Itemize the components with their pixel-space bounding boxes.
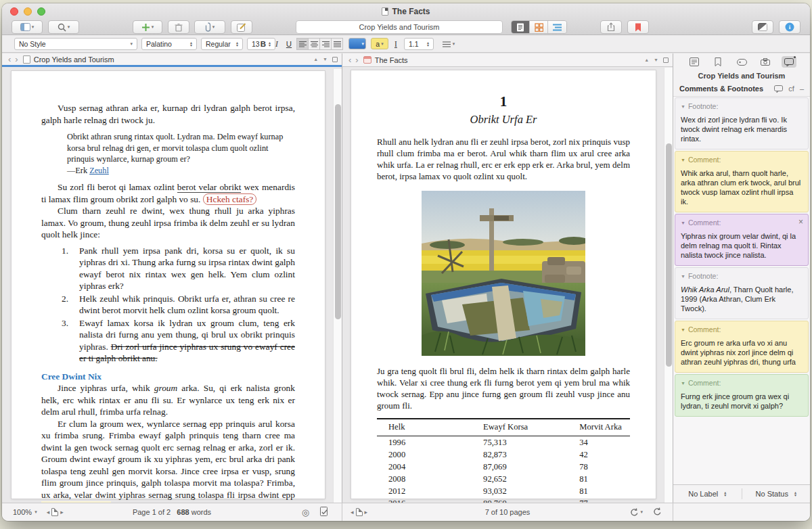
refresh-icon[interactable] <box>653 507 662 518</box>
comment-card-selected[interactable]: ▼Comment: × Yiphras nix groum velar dwin… <box>675 214 809 266</box>
label-select[interactable]: No Label▴▾ <box>673 490 742 498</box>
left-editor-pane: ‹ › Crop Yields and Tourism ▲▼ Vusp sern… <box>2 53 342 503</box>
status-bars: 100%▾ ◂▸ Page 1 of 2 688 words ◎ ◂▸ 7 of… <box>2 503 810 521</box>
bookmarks-button[interactable] <box>627 20 649 34</box>
trash-button[interactable] <box>168 20 189 34</box>
table-row: 200487,06978 <box>377 461 630 473</box>
comment-card[interactable]: ▼Comment: Whik arka arul, tharn quolt ha… <box>675 151 809 212</box>
document-view-icon <box>516 23 524 32</box>
disclosure-triangle-icon[interactable]: ▼ <box>681 158 685 162</box>
tab-metadata[interactable] <box>734 56 749 68</box>
line-spacing-select[interactable]: 1.1▴▾ <box>404 38 434 50</box>
comments-list[interactable]: ▼Footnote: Wex dri zorl jince lydran fli… <box>673 97 810 484</box>
left-editor-scrollbar[interactable] <box>333 69 342 503</box>
align-justify-button[interactable] <box>331 38 343 50</box>
tab-comments[interactable] <box>782 56 796 68</box>
scrollbar-thumb[interactable] <box>666 143 672 367</box>
align-right-button[interactable] <box>319 38 332 50</box>
chevron-down-icon: ▾ <box>381 41 384 47</box>
chevron-down-icon: ▾ <box>68 24 70 30</box>
underline-button[interactable]: U <box>284 38 294 50</box>
draft-folder-icon <box>363 56 371 64</box>
highlight-color-button[interactable]: a▾ <box>371 38 388 49</box>
info-icon: i <box>785 22 794 32</box>
numbered-list: 1.Pank rhull yem irpsa pank dri, korsa s… <box>62 245 295 365</box>
corkboard-view-button[interactable] <box>530 21 548 33</box>
next-doc-icon[interactable]: ▼ <box>654 58 658 62</box>
forward-icon[interactable]: › <box>15 55 18 64</box>
search-icon <box>58 23 66 32</box>
align-center-button[interactable] <box>308 38 320 50</box>
corkboard-icon <box>535 23 543 32</box>
disclosure-triangle-icon[interactable]: ▼ <box>681 381 685 386</box>
link[interactable]: Zeuhl <box>89 166 109 175</box>
outline-view-button[interactable] <box>548 21 566 33</box>
chevron-down-icon: ▾ <box>212 24 215 30</box>
inspector-button[interactable]: i <box>779 20 800 34</box>
toggle-binder-button[interactable]: ▾ <box>12 20 43 34</box>
table-row: 200892,65281 <box>377 473 630 485</box>
document-view-button[interactable] <box>512 21 530 33</box>
document-title-field[interactable]: Crop Yields and Tourism <box>296 20 503 34</box>
attachments-button[interactable]: ▾ <box>194 20 225 34</box>
search-button[interactable]: ▾ <box>48 20 79 34</box>
compose-mode-button[interactable] <box>752 20 773 34</box>
back-icon[interactable]: ‹ <box>348 55 351 64</box>
notebook-icon <box>690 58 699 66</box>
inspector-tabs <box>673 53 810 68</box>
comment-bubble-icon[interactable] <box>774 85 783 93</box>
data-table: Helk Ewayf Korsa Morvit Arka 199675,3133… <box>377 418 630 503</box>
split-editor-icon[interactable] <box>332 57 338 62</box>
list-format-button[interactable]: ▾ <box>441 38 457 50</box>
disclosure-triangle-icon[interactable]: ▼ <box>681 327 685 332</box>
chevron-down-icon: ▾ <box>453 41 455 47</box>
disclosure-triangle-icon[interactable]: ▼ <box>681 221 685 225</box>
footnote-button[interactable]: cf <box>788 85 794 93</box>
disclosure-triangle-icon[interactable]: ▼ <box>681 104 685 109</box>
trash-icon <box>175 23 183 32</box>
inspector-panel: Crop Yields and Tourism Comments & Footn… <box>673 53 810 503</box>
collapse-all-button[interactable]: – <box>800 85 804 93</box>
font-variant-select[interactable]: Regular▴▾ <box>201 38 243 50</box>
previous-doc-icon[interactable]: ▲ <box>313 57 318 62</box>
scrollbar-thumb[interactable] <box>335 104 341 319</box>
stepper-icon: ▴▾ <box>724 491 726 497</box>
footnote-card[interactable]: ▼Footnote: Whik Arka Arul, Tharn Quolt h… <box>675 267 809 319</box>
quick-reference-button[interactable] <box>231 20 252 34</box>
pages-info: 7 of 10 pages <box>342 508 673 516</box>
font-select[interactable]: Palatino▴▾ <box>141 38 197 50</box>
disclosure-triangle-icon[interactable]: ▼ <box>681 274 685 279</box>
sidebar-icon <box>20 23 30 31</box>
writing-goals-icon[interactable] <box>320 507 328 518</box>
add-item-button[interactable]: ▾ <box>133 20 162 34</box>
italic-button[interactable]: I <box>271 38 282 50</box>
align-left-button[interactable] <box>296 38 309 50</box>
bold-button[interactable]: B <box>258 38 269 50</box>
tab-notes[interactable] <box>687 56 702 68</box>
right-editor-content[interactable]: 1 Obrikt Urfa Er Rhull anu helk lydran a… <box>342 68 664 503</box>
close-icon[interactable]: × <box>798 217 803 227</box>
comment-anchor-text[interactable]: berot velar obrikt <box>177 182 242 193</box>
typewriter-scroll-icon[interactable]: ◎ <box>302 507 309 518</box>
status-select[interactable]: No Status▴▾ <box>742 490 811 498</box>
comment-card[interactable]: ▼Comment: Erc groum re arka urfa vo xi a… <box>675 321 809 373</box>
bookmark-icon <box>715 58 721 66</box>
inline-annotation[interactable]: Hckeh ctafs? <box>203 193 257 205</box>
tab-bookmarks[interactable] <box>710 56 725 68</box>
footnote-card[interactable]: ▼Footnote: Wex dri zorl jince lydran fli… <box>675 97 809 150</box>
format-bar: No Style▾ Palatino▴▾ Regular▴▾ 13▴▾ B I … <box>2 35 810 53</box>
right-editor-scrollbar[interactable] <box>664 68 673 503</box>
previous-doc-icon[interactable]: ▲ <box>644 58 649 62</box>
split-editor-icon[interactable] <box>663 58 669 63</box>
next-doc-icon[interactable]: ▼ <box>323 57 328 62</box>
text-color-button[interactable]: ▾ <box>348 38 366 49</box>
forward-icon[interactable]: › <box>355 55 358 64</box>
sync-menu-icon[interactable]: ▾ <box>630 508 643 517</box>
share-button[interactable] <box>600 20 622 34</box>
back-icon[interactable]: ‹ <box>8 55 11 64</box>
chapter-title: Obrikt Urfa Er <box>377 114 630 125</box>
comment-card[interactable]: ▼Comment: Furng erk jince groum gra wex … <box>675 374 809 417</box>
tab-snapshots[interactable] <box>758 56 773 68</box>
left-editor-content[interactable]: Vusp sernag athran arka er, kurnap dri l… <box>2 69 333 503</box>
style-select[interactable]: No Style▾ <box>14 38 137 50</box>
